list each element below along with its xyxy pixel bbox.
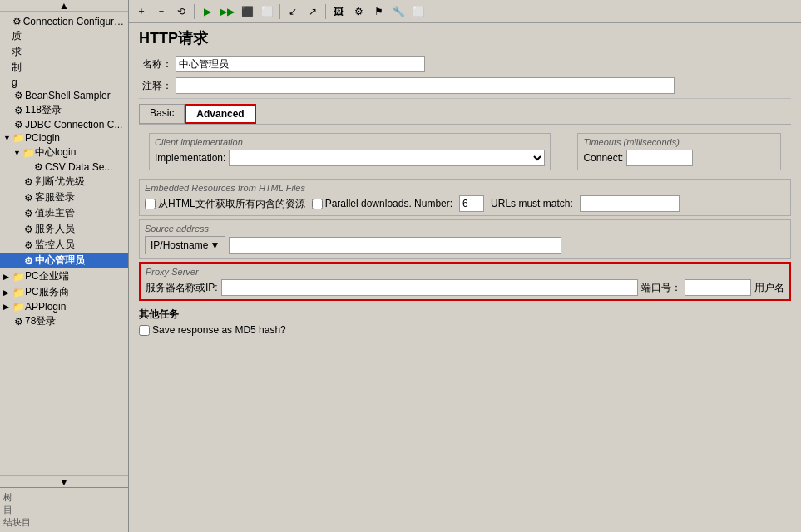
node-label: PC企业端 [25, 269, 69, 283]
sidebar-item-conn-config[interactable]: ⚙Connection Configuration [0, 15, 128, 28]
toolbar: ＋ － ⟲ ▶ ▶▶ ⬛ ⬜ ↙ ↗ 🖼 ⚙ ⚑ 🔧 ⬜ [129, 0, 801, 23]
proxy-port-input[interactable] [685, 279, 751, 296]
sidebar-item-jdbc[interactable]: ⚙JDBC Connection C... [0, 118, 128, 131]
name-input[interactable] [176, 56, 425, 72]
parallel-number-input[interactable] [459, 195, 484, 212]
connect-label: Connect: [583, 152, 623, 164]
sidebar-item-zhuzhu[interactable]: ⚙值班主管 [0, 205, 128, 221]
expand-icon: ▼ [3, 134, 12, 142]
source-address-section: Source address IP/Hostname ▼ [139, 219, 791, 259]
right-panel: ＋ － ⟲ ▶ ▶▶ ⬛ ⬜ ↙ ↗ 🖼 ⚙ ⚑ 🔧 ⬜ HTTP请求 名称： [129, 0, 801, 532]
node-icon: 📁 [12, 132, 25, 144]
save-md5-checkbox[interactable] [139, 325, 150, 336]
name-row: 名称： [129, 53, 801, 75]
main-layout: ▲ ⚙Connection Configuration质求制g⚙BeanShel… [0, 0, 801, 532]
toolbar-nav-back-btn[interactable]: ↙ [284, 2, 302, 21]
sidebar-item-panyou[interactable]: ⚙判断优先级 [0, 174, 128, 190]
source-value-input[interactable] [229, 237, 561, 254]
sidebar-item-beanshell[interactable]: ⚙BeanShell Sampler [0, 89, 128, 102]
sidebar-item-login118[interactable]: ⚙118登录 [0, 102, 128, 118]
sidebar-item-login78[interactable]: ⚙78登录 [0, 313, 128, 329]
node-icon: ⚙ [12, 316, 25, 328]
toolbar-run-all-btn[interactable]: ▶▶ [218, 2, 236, 21]
sidebar-item-pclogin[interactable]: ▼📁PClogin [0, 131, 128, 145]
sidebar-item-zhongxin-admin[interactable]: ⚙中心管理员 [0, 253, 128, 268]
sidebar-item-kehu-login[interactable]: ⚙客服登录 [0, 190, 128, 205]
sidebar-item-item1[interactable]: 质 [0, 28, 128, 44]
sidebar-item-jiankong[interactable]: ⚙监控人员 [0, 237, 128, 253]
checkbox1[interactable] [145, 199, 156, 209]
sep-line [139, 98, 791, 99]
scroll-down-btn[interactable]: ▼ [0, 475, 128, 487]
sidebar-item-pc-service[interactable]: ▶📁PC服务商 [0, 284, 128, 300]
sidebar-item-applogin[interactable]: ▶📁APPlogin [0, 300, 128, 313]
sidebar-item-zhongxin-login[interactable]: ▼📁中心login [0, 145, 128, 160]
node-icon: 📁 [22, 147, 35, 159]
sidebar-item-item4[interactable]: g [0, 76, 128, 89]
node-label: 118登录 [25, 103, 62, 117]
toolbar-nav-fwd-btn[interactable]: ↗ [304, 2, 322, 21]
toolbar-remove-btn[interactable]: － [152, 2, 171, 21]
impl-label: Implementation: [155, 152, 225, 164]
sidebar-item-csv-data[interactable]: ⚙CSV Data Se... [0, 160, 128, 174]
toolbar-add-btn[interactable]: ＋ [132, 2, 151, 21]
node-label: 判断优先级 [35, 175, 85, 189]
node-icon: 📁 [12, 301, 25, 313]
proxy-row: 服务器名称或IP: 端口号： 用户名 [146, 279, 784, 296]
node-label: 中心login [35, 145, 76, 160]
comment-input[interactable] [176, 77, 675, 94]
impl-select[interactable]: HttpClient3.1 HttpClient4 Java [229, 150, 545, 166]
tab-advanced[interactable]: Advanced [185, 104, 255, 124]
source-type-label: IP/Hostname [151, 239, 208, 251]
sidebar-item-fuwurenyuan[interactable]: ⚙服务人员 [0, 221, 128, 237]
toolbar-icon4-btn[interactable]: 🔧 [389, 2, 408, 21]
proxy-server-section: Proxy Server 服务器名称或IP: 端口号： 用户名 [139, 262, 791, 301]
source-row: IP/Hostname ▼ [145, 236, 785, 254]
toolbar-sep3 [325, 4, 326, 19]
node-label: PClogin [25, 132, 60, 144]
http-panel-title: HTTP请求 [129, 23, 801, 53]
node-icon: ⚙ [22, 208, 35, 219]
expand-icon: ▶ [3, 303, 12, 311]
comment-label: 注释： [142, 79, 172, 93]
tab-top-border [139, 124, 791, 125]
urls-must-match-input[interactable] [580, 195, 680, 212]
toolbar-icon2-btn[interactable]: ⚙ [349, 2, 368, 21]
source-type-chevron: ▼ [210, 239, 220, 251]
node-label: 服务人员 [35, 222, 75, 236]
other-tasks-section: 其他任务 Save response as MD5 hash? [139, 304, 791, 339]
toolbar-copy-btn[interactable]: ⟲ [172, 2, 190, 21]
node-icon: ⚙ [22, 239, 35, 251]
tab-basic[interactable]: Basic [139, 104, 185, 124]
node-icon: ⚙ [22, 192, 35, 204]
http-panel: HTTP请求 名称： 注释： Basic Advanced [129, 23, 801, 532]
node-icon: ⚙ [22, 224, 35, 235]
proxy-server-input[interactable] [221, 279, 638, 296]
toolbar-icon5-btn[interactable]: ⬜ [409, 2, 428, 21]
source-type-btn[interactable]: IP/Hostname ▼ [145, 236, 225, 254]
node-icon: ⚙ [32, 161, 45, 173]
sidebar-item-item3[interactable]: 制 [0, 60, 128, 76]
node-label: 值班主管 [35, 206, 75, 220]
save-md5-label[interactable]: Save response as MD5 hash? [139, 324, 791, 336]
sidebar-item-pc-enterprise[interactable]: ▶📁PC企业端 [0, 268, 128, 284]
node-label: BeanShell Sampler [25, 90, 111, 101]
toolbar-icon3-btn[interactable]: ⚑ [369, 2, 388, 21]
comment-row: 注释： [129, 75, 801, 96]
sidebar-bottom-item1: 树 [3, 491, 125, 504]
toolbar-run-btn[interactable]: ▶ [198, 2, 216, 21]
sidebar-item-item2[interactable]: 求 [0, 44, 128, 60]
checkbox1-label[interactable]: 从HTML文件获取所有内含的资源 [145, 197, 305, 211]
node-label: 监控人员 [35, 238, 75, 252]
checkbox2-label[interactable]: Parallel downloads. Number: [312, 198, 452, 209]
toolbar-stop2-btn[interactable]: ⬜ [258, 2, 276, 21]
node-label: 78登录 [25, 314, 56, 328]
node-label: JDBC Connection C... [25, 119, 122, 131]
toolbar-icon1-btn[interactable]: 🖼 [329, 2, 348, 21]
node-label: 制 [12, 61, 22, 75]
checkbox2[interactable] [312, 199, 323, 209]
node-icon: 📁 [12, 287, 25, 298]
scroll-up-btn[interactable]: ▲ [0, 0, 128, 12]
connect-input[interactable] [626, 150, 693, 166]
toolbar-stop-btn[interactable]: ⬛ [238, 2, 256, 21]
